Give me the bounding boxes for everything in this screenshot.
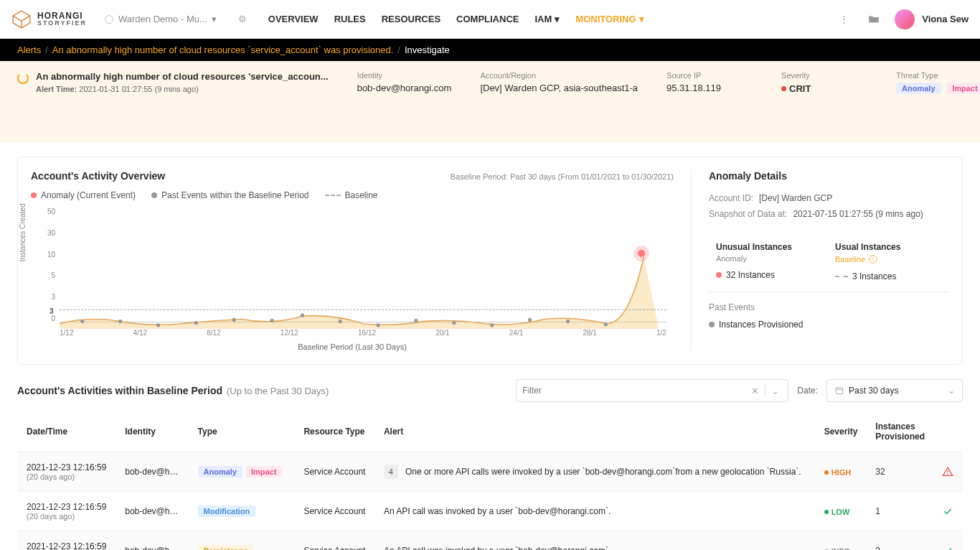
activities-title: Account's Activities within Baseline Per… [17, 385, 222, 396]
cell-datetime: 2021-12-23 12:16:59(20 days ago) [18, 452, 117, 492]
breadcrumb-alert-text[interactable]: An abnormally high number of cloud resou… [52, 45, 393, 55]
legend-past-dot-icon [151, 192, 157, 198]
alert-account: Account/Region [Dev] Warden GCP, asia-so… [480, 71, 638, 93]
details-title: Anomaly Details [709, 170, 949, 182]
nav-monitoring[interactable]: MONITORING ▾ [575, 14, 644, 24]
cell-instances: 32 [867, 452, 933, 492]
alert-count-badge: 4 [384, 465, 398, 479]
area-fill [60, 208, 666, 329]
user-name: Viona Sew [922, 14, 969, 24]
warning-icon [942, 466, 953, 476]
filter-input[interactable] [522, 386, 748, 396]
cell-resource: Service Account [295, 452, 374, 492]
breadcrumb-alerts[interactable]: Alerts [17, 45, 41, 55]
svg-point-8 [301, 314, 304, 317]
nav-iam[interactable]: IAM ▾ [534, 14, 560, 24]
nav-rules[interactable]: RULES [334, 14, 366, 24]
clear-icon[interactable]: ✕ [748, 386, 762, 396]
activities-section: Account's Activities within Baseline Per… [17, 379, 963, 550]
breadcrumb-sep: / [45, 45, 48, 55]
cell-instances: 1 [867, 492, 933, 531]
svg-point-10 [376, 323, 380, 327]
cell-severity: INFO [816, 531, 867, 551]
avatar [895, 9, 915, 29]
col-instances[interactable]: Instances Provisioned [867, 411, 933, 452]
col-type[interactable]: Type [189, 411, 296, 452]
svg-point-14 [528, 318, 532, 322]
cell-type: AnomalyImpact [189, 452, 296, 492]
table-row[interactable]: 2021-12-23 12:16:59(20 days ago) bob-dev… [18, 492, 963, 531]
col-datetime[interactable]: Date/Time [18, 411, 117, 452]
table-row[interactable]: 2021-12-23 12:16:59(20 days ago) bob-dev… [18, 452, 963, 492]
x-axis: 1/12 4/12 8/12 12/12 16/12 20/1 24/1 28/… [60, 329, 666, 337]
svg-point-4 [156, 323, 160, 327]
calendar-icon [834, 386, 844, 396]
alert-threat-type: Threat Type Anomaly Impact [896, 71, 980, 94]
svg-rect-20 [836, 388, 842, 394]
logo[interactable]: HORANGI STORYFIER [11, 9, 87, 29]
nav-compliance[interactable]: COMPLIANCE [456, 14, 519, 24]
more-menu-icon[interactable]: ⋮ [835, 9, 853, 29]
usual-dashline-icon [835, 276, 848, 277]
col-severity[interactable]: Severity [816, 411, 867, 452]
cell-datetime: 2021-12-23 12:16:59(20 days ago) [18, 531, 117, 551]
svg-point-18 [873, 257, 874, 258]
breadcrumb-sep: / [397, 45, 400, 55]
cell-type: Modification [189, 492, 296, 531]
cell-alert: An API call was invoked by a user `bob-d… [375, 492, 816, 531]
chip-anomaly: Anomaly [198, 466, 242, 477]
baseline-dashline [60, 309, 666, 310]
folder-icon[interactable] [863, 9, 885, 30]
nav-resources[interactable]: RESOURCES [382, 14, 440, 24]
col-identity[interactable]: Identity [116, 411, 189, 452]
breadcrumb: Alerts / An abnormally high number of cl… [0, 39, 980, 61]
date-label: Date: [797, 386, 818, 396]
check-icon [942, 505, 953, 516]
workspace-dropdown[interactable]: Warden Demo - Mu... ▾ [97, 9, 224, 29]
breadcrumb-current: Investigate [405, 45, 450, 55]
anomaly-point[interactable] [638, 250, 645, 257]
col-alert[interactable]: Alert [375, 411, 816, 452]
filter-dropdown-icon[interactable]: ⌄ [768, 386, 782, 396]
cell-severity: LOW [816, 492, 867, 531]
alert-title: An abnormally high number of cloud resou… [36, 71, 329, 82]
baseline-tick-label: 3 [50, 307, 54, 315]
cell-identity: bob-dev@horan... [116, 492, 189, 531]
workspace-icon [104, 14, 114, 24]
activities-subtitle: (Up to the Past 30 Days) [227, 386, 329, 396]
y-axis: 50 30 10 5 3 0 [31, 208, 55, 322]
chart-legend: Anomaly (Current Event) Past Events with… [31, 190, 674, 200]
logo-text-bottom: STORYFIER [37, 20, 87, 27]
alert-summary-strip: An abnormally high number of cloud resou… [0, 61, 980, 142]
date-range-dropdown[interactable]: Past 30 days ⌄ [826, 379, 963, 402]
settings-gear-icon[interactable]: ⚙ [234, 9, 251, 29]
unusual-dot-icon [716, 272, 722, 278]
cell-identity: bob-dev@horan... [116, 531, 189, 551]
filter-input-group[interactable]: ✕ ⌄ [516, 379, 788, 402]
svg-point-23 [947, 474, 948, 475]
chevron-down-icon: ▾ [555, 14, 560, 24]
legend-anomaly-dot-icon [31, 192, 37, 198]
user-menu[interactable]: Viona Sew [895, 9, 969, 29]
table-row[interactable]: 2021-12-23 12:16:59(20 days ago) bob-dev… [18, 531, 963, 551]
chevron-down-icon: ⌄ [948, 386, 955, 396]
chevron-down-icon: ▾ [639, 14, 644, 24]
svg-point-2 [80, 320, 84, 323]
svg-point-6 [232, 318, 236, 322]
alert-identity: Identity bob-dev@horangi.com [357, 71, 452, 93]
cell-resource: Service Account [295, 531, 374, 551]
past-dot-icon [709, 322, 715, 327]
col-resource[interactable]: Resource Type [295, 411, 374, 452]
cell-identity: bob-dev@horan... [116, 452, 189, 492]
loading-spinner-icon [17, 73, 29, 84]
nav-overview[interactable]: OVERVIEW [268, 14, 319, 24]
alert-severity: Severity CRIT [781, 71, 867, 94]
cell-instances: 3 [867, 531, 933, 551]
info-icon[interactable] [868, 254, 878, 264]
svg-point-12 [452, 321, 456, 325]
logo-icon [11, 9, 32, 29]
cell-status [933, 531, 963, 551]
alert-source-ip: Source IP 95.31.18.119 [666, 71, 753, 93]
cell-alert: An API call was invoked by a user `bob-d… [375, 531, 816, 551]
cell-alert: 4One or more API calls were invoked by a… [375, 452, 816, 492]
